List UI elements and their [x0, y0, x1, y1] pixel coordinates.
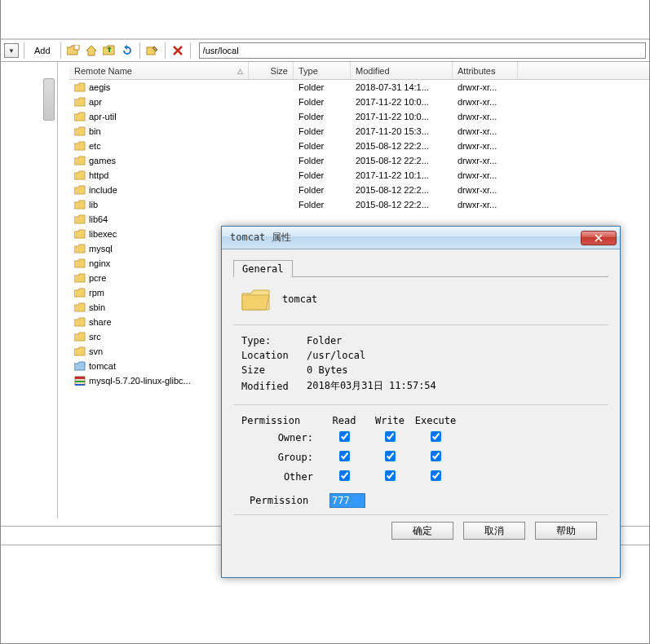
folder-icon: [74, 185, 86, 195]
dialog-folder-name: tomcat: [282, 293, 317, 305]
row-group-label: Group:: [241, 452, 321, 463]
dialog-titlebar[interactable]: tomcat 属性: [222, 227, 620, 249]
col-type[interactable]: Type: [294, 62, 351, 79]
file-modified: 2015-08-12 22:2...: [351, 141, 453, 151]
table-row[interactable]: binFolder2017-11-20 15:3...drwxr-xr...: [69, 124, 649, 139]
file-attr: drwxr-xr...: [453, 126, 518, 136]
folder-blue-icon: [74, 361, 86, 371]
ok-button[interactable]: 确定: [391, 522, 453, 540]
group-write-checkbox[interactable]: [385, 451, 396, 461]
file-name: games: [89, 156, 116, 165]
folder-icon: [74, 273, 86, 283]
find-icon[interactable]: [145, 43, 160, 58]
other-read-checkbox[interactable]: [339, 470, 350, 481]
close-button[interactable]: [581, 231, 617, 245]
file-name: src: [89, 332, 101, 342]
row-other-label: Other: [241, 471, 321, 483]
file-modified: 2018-07-31 14:1...: [351, 82, 453, 92]
col-size[interactable]: Size: [249, 62, 294, 79]
folder-icon: [74, 214, 86, 224]
folder-icon: [74, 82, 86, 92]
file-attr: drwxr-xr...: [453, 82, 518, 92]
file-modified: 2015-08-12 22:2...: [351, 185, 453, 195]
file-name: nginx: [89, 258, 110, 268]
owner-read-checkbox[interactable]: [339, 431, 350, 442]
toolbar-separator: [24, 42, 24, 59]
size-label: Size: [241, 364, 307, 376]
home-icon[interactable]: [84, 43, 99, 58]
file-modified: 2017-11-20 15:3...: [351, 126, 453, 136]
file-name: aegis: [89, 82, 110, 92]
owner-execute-checkbox[interactable]: [431, 431, 441, 442]
file-attr: drwxr-xr...: [453, 170, 518, 180]
col-name[interactable]: Remote Name△: [69, 62, 249, 79]
table-row[interactable]: includeFolder2015-08-12 22:2...drwxr-xr.…: [69, 183, 649, 197]
type-value: Folder: [307, 335, 342, 346]
owner-write-checkbox[interactable]: [385, 431, 396, 442]
table-row[interactable]: httpdFolder2017-11-22 10:1...drwxr-xr...: [69, 168, 649, 183]
history-dropdown[interactable]: ▼: [4, 43, 19, 58]
table-row[interactable]: lib64: [69, 212, 649, 227]
col-read: Read: [321, 415, 367, 426]
other-execute-checkbox[interactable]: [431, 470, 441, 481]
file-modified: 2017-11-22 10:1...: [351, 170, 453, 180]
refresh-icon[interactable]: [120, 43, 135, 58]
location-label: Location: [241, 350, 307, 361]
file-name: pcre: [89, 273, 106, 283]
file-attr: drwxr-xr...: [453, 156, 518, 165]
toolbar-separator: [165, 42, 166, 59]
tab-general[interactable]: General: [233, 260, 293, 277]
file-type: Folder: [294, 141, 351, 151]
permission-input[interactable]: [329, 493, 365, 508]
file-type: Folder: [294, 82, 351, 92]
column-headers: Remote Name△ Size Type Modified Attribut…: [69, 62, 649, 80]
file-type: Folder: [294, 200, 351, 210]
modified-label: Modified: [241, 381, 307, 392]
table-row[interactable]: etcFolder2015-08-12 22:2...drwxr-xr...: [69, 139, 649, 153]
file-attr: drwxr-xr...: [453, 185, 518, 195]
group-execute-checkbox[interactable]: [431, 451, 441, 461]
other-write-checkbox[interactable]: [385, 470, 396, 481]
file-name: share: [89, 317, 112, 327]
file-name: mysql-5.7.20-linux-glibc...: [89, 376, 191, 386]
add-button[interactable]: Add: [29, 45, 55, 56]
permission-table: Permission Read Write Execute Owner: Gro…: [241, 413, 608, 508]
file-name: mysql: [89, 244, 113, 254]
col-modified[interactable]: Modified: [351, 62, 453, 79]
folder-icon: [74, 229, 86, 239]
file-type: Folder: [294, 156, 351, 165]
location-value: /usr/local: [307, 350, 365, 361]
sort-asc-icon: △: [237, 67, 243, 75]
file-type: Folder: [294, 185, 351, 195]
path-input[interactable]: [199, 42, 646, 59]
folder-icon: [74, 156, 86, 165]
svg-rect-0: [74, 45, 79, 50]
group-read-checkbox[interactable]: [339, 451, 350, 461]
folder-icon: [74, 317, 86, 327]
table-row[interactable]: gamesFolder2015-08-12 22:2...drwxr-xr...: [69, 153, 649, 168]
file-name: bin: [89, 126, 101, 136]
help-button[interactable]: 帮助: [535, 522, 597, 540]
table-row[interactable]: apr-utilFolder2017-11-22 10:0...drwxr-xr…: [69, 109, 649, 124]
close-icon: [595, 234, 603, 242]
file-type: Folder: [294, 170, 351, 180]
up-folder-icon[interactable]: [102, 43, 117, 58]
left-panel[interactable]: [1, 62, 58, 518]
new-folder-icon[interactable]: [66, 43, 81, 58]
folder-icon: [74, 332, 86, 342]
delete-icon[interactable]: [170, 43, 185, 58]
file-modified: 2015-08-12 22:2...: [351, 200, 453, 210]
file-modified: 2017-11-22 10:0...: [351, 97, 453, 107]
table-row[interactable]: aprFolder2017-11-22 10:0...drwxr-xr...: [69, 95, 649, 109]
cancel-button[interactable]: 取消: [463, 522, 525, 540]
table-row[interactable]: aegisFolder2018-07-31 14:1...drwxr-xr...: [69, 80, 649, 95]
permission-field-label: Permission: [250, 495, 329, 506]
file-name: include: [89, 185, 117, 195]
folder-large-icon: [241, 287, 271, 311]
toolbar: ▼ Add: [1, 39, 649, 62]
table-row[interactable]: libFolder2015-08-12 22:2...drwxr-xr...: [69, 197, 649, 212]
folder-icon: [74, 244, 86, 254]
col-attributes[interactable]: Attributes: [453, 62, 518, 79]
toolbar-separator: [60, 42, 61, 59]
properties-dialog: tomcat 属性 General tomcat Type:Folder Loc…: [221, 226, 621, 578]
